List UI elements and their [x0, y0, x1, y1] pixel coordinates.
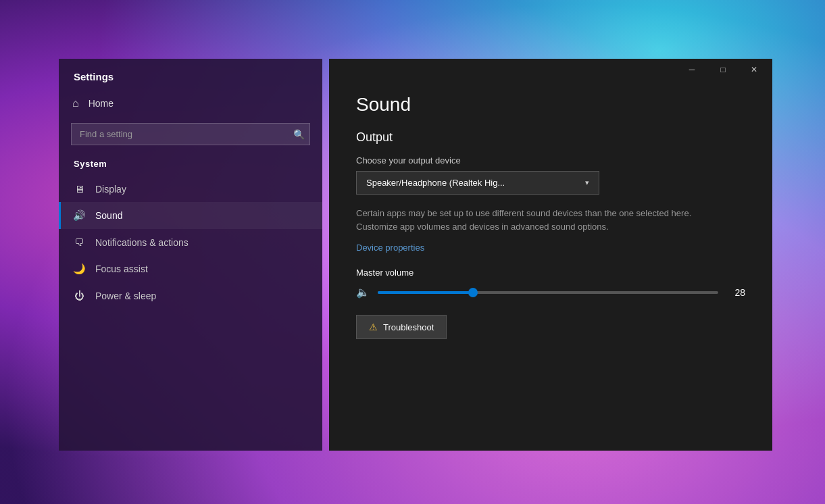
settings-sidebar: Settings ⌂ Home 🔍 System 🖥 Display 🔊 Sou…: [59, 59, 322, 451]
sound-icon: 🔊: [72, 209, 86, 222]
output-section-title: Output: [356, 130, 745, 145]
output-info-text: Certain apps may be set up to use differ…: [356, 207, 734, 233]
volume-row: 🔈 28: [356, 286, 745, 299]
volume-slider-thumb[interactable]: [468, 288, 478, 297]
maximize-button[interactable]: □: [707, 59, 739, 80]
sidebar-item-display[interactable]: 🖥 Display: [59, 176, 322, 202]
sidebar-item-notifications[interactable]: 🗨 Notifications & actions: [59, 229, 322, 255]
main-content: Sound Output Choose your output device S…: [329, 80, 772, 451]
title-bar: ─ □ ✕: [329, 59, 772, 80]
device-properties-link[interactable]: Device properties: [356, 243, 424, 253]
search-input[interactable]: [71, 123, 310, 145]
output-device-dropdown[interactable]: Speaker/Headphone (Realtek Hig... ▾: [356, 171, 599, 195]
focus-label: Focus assist: [95, 263, 148, 274]
troubleshoot-button[interactable]: ⚠ Troubleshoot: [356, 315, 447, 339]
search-container: 🔍: [71, 123, 310, 145]
system-label: System: [59, 155, 322, 176]
sidebar-item-focus[interactable]: 🌙 Focus assist: [59, 255, 322, 282]
dropdown-arrow-icon: ▾: [585, 178, 589, 187]
display-label: Display: [95, 184, 126, 195]
output-device-label: Choose your output device: [356, 155, 745, 166]
search-button[interactable]: 🔍: [293, 129, 305, 140]
notifications-label: Notifications & actions: [95, 237, 189, 248]
volume-value: 28: [726, 287, 745, 298]
notifications-icon: 🗨: [72, 236, 86, 248]
main-panel: ─ □ ✕ Sound Output Choose your output de…: [329, 59, 772, 451]
master-volume-label: Master volume: [356, 268, 745, 278]
display-icon: 🖥: [72, 183, 86, 195]
close-button[interactable]: ✕: [739, 59, 770, 80]
minimize-button[interactable]: ─: [676, 59, 707, 80]
troubleshoot-label: Troubleshoot: [383, 322, 434, 332]
volume-slider-fill: [378, 291, 473, 294]
sidebar-title: Settings: [59, 59, 322, 91]
sidebar-item-power[interactable]: ⏻ Power & sleep: [59, 282, 322, 309]
sound-label: Sound: [95, 210, 122, 221]
page-title: Sound: [356, 94, 745, 116]
home-label: Home: [89, 98, 114, 109]
power-label: Power & sleep: [95, 291, 156, 301]
volume-slider-track[interactable]: [378, 291, 718, 294]
sidebar-item-sound[interactable]: 🔊 Sound: [59, 202, 322, 229]
output-device-value: Speaker/Headphone (Realtek Hig...: [366, 178, 505, 188]
focus-icon: 🌙: [72, 263, 86, 275]
volume-speaker-icon: 🔈: [356, 286, 370, 299]
warning-icon: ⚠: [369, 322, 378, 332]
home-nav-item[interactable]: ⌂ Home: [59, 91, 322, 116]
power-icon: ⏻: [72, 290, 86, 301]
home-icon: ⌂: [72, 97, 79, 109]
